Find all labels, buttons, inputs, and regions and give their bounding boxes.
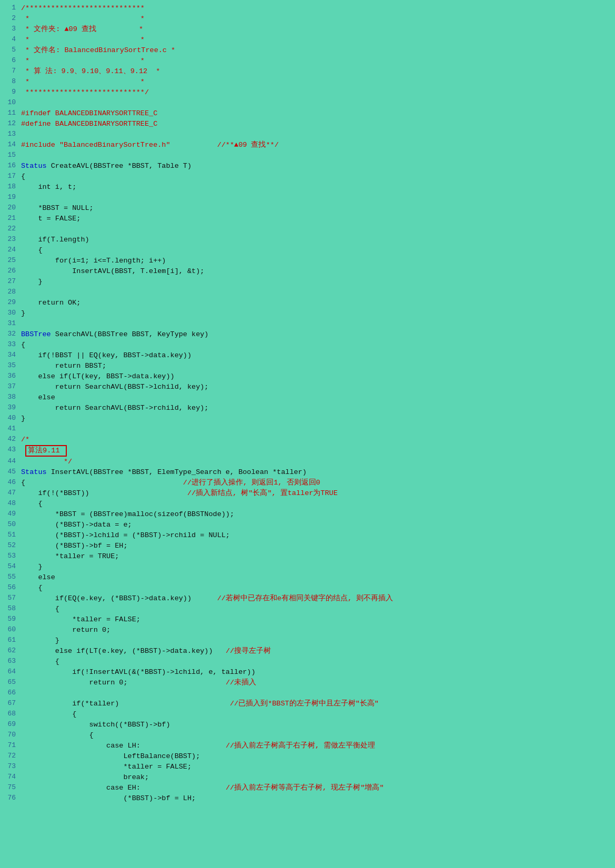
line-content: {	[21, 171, 25, 182]
line-content: break;	[21, 772, 149, 783]
line-number: 25	[2, 256, 21, 266]
code-line: 50 (*BBST)->data = e;	[0, 520, 615, 530]
line-number: 61	[2, 635, 21, 645]
line-number: 41	[2, 424, 21, 434]
line-content: return BBST;	[21, 361, 106, 371]
line-content: * 算 法: 9.9、9.10、9.11、9.12 *	[21, 66, 160, 77]
code-line: 72 LeftBalance(BBST);	[0, 751, 615, 762]
line-number: 32	[2, 329, 21, 339]
line-number: 40	[2, 413, 21, 423]
line-content: {	[21, 604, 59, 614]
line-content: ****************************/	[21, 87, 149, 98]
line-content: LeftBalance(BBST);	[21, 751, 200, 762]
line-content: * 文件夹: ▲09 查找 *	[21, 24, 143, 35]
code-line: 44 */	[0, 457, 615, 467]
line-content: * *	[21, 35, 145, 45]
code-line: 25 for(i=1; i<=T.length; i++)	[0, 256, 615, 266]
line-content: #ifndef BALANCEDBINARYSORTTREE_C	[21, 108, 157, 119]
line-content: * *	[21, 56, 145, 66]
code-line: 37 return SearchAVL(BBST->lchild, key);	[0, 382, 615, 392]
line-number: 34	[2, 350, 21, 360]
line-number: 58	[2, 604, 21, 614]
line-number: 21	[2, 214, 21, 224]
line-content: {	[21, 709, 76, 720]
line-number: 24	[2, 245, 21, 255]
line-number: 51	[2, 530, 21, 540]
line-content: {	[21, 583, 43, 593]
line-number: 5	[2, 45, 21, 55]
line-number: 26	[2, 266, 21, 276]
code-line: 35 return BBST;	[0, 361, 615, 371]
code-line: 38 else	[0, 392, 615, 403]
line-number: 30	[2, 308, 21, 318]
code-line: 49 *BBST = (BBSTree)malloc(sizeof(BBSTNo…	[0, 509, 615, 520]
line-content: *BBST = (BBSTree)malloc(sizeof(BBSTNode)…	[21, 509, 234, 520]
code-line: 14#include "BalancedBinarySortTree.h" //…	[0, 140, 615, 150]
code-line: 26 InsertAVL(BBST, T.elem[i], &t);	[0, 266, 615, 277]
line-content: }	[21, 562, 43, 572]
line-number: 53	[2, 551, 21, 561]
line-content: (*BBST)->lchild = (*BBST)->rchild = NULL…	[21, 530, 230, 541]
code-line: 69 switch((*BBST)->bf)	[0, 720, 615, 730]
line-number: 29	[2, 298, 21, 308]
line-number: 68	[2, 709, 21, 719]
code-line: 24 {	[0, 245, 615, 256]
code-line: 12#define BALANCEDBINARYSORTTREE_C	[0, 119, 615, 129]
line-number: 3	[2, 24, 21, 34]
code-line: 11#ifndef BALANCEDBINARYSORTTREE_C	[0, 108, 615, 119]
code-line: 7 * 算 法: 9.9、9.10、9.11、9.12 *	[0, 66, 615, 77]
line-number: 64	[2, 667, 21, 677]
line-number: 13	[2, 129, 21, 139]
line-content: else	[21, 572, 55, 583]
code-line: 31	[0, 319, 615, 329]
code-line: 46{ //进行了插入操作, 则返回1, 否则返回0	[0, 478, 615, 488]
line-number: 52	[2, 541, 21, 551]
line-number: 7	[2, 66, 21, 76]
line-content: {	[21, 245, 43, 256]
line-content: *BBST = NULL;	[21, 203, 94, 214]
code-line: 4 * *	[0, 35, 615, 45]
code-line: 75 case EH: //插入前左子树等高于右子树, 现左子树"增高"	[0, 783, 615, 793]
line-content: case EH: //插入前左子树等高于右子树, 现左子树"增高"	[21, 783, 384, 793]
line-number: 76	[2, 793, 21, 803]
code-line: 36 else if(LT(key, BBST->data.key))	[0, 371, 615, 382]
line-number: 45	[2, 467, 21, 477]
line-number: 1	[2, 3, 21, 13]
line-content: }	[21, 277, 43, 287]
line-content: * *	[21, 14, 145, 24]
code-line: 34 if(!BBST || EQ(key, BBST->data.key))	[0, 350, 615, 361]
line-number: 11	[2, 108, 21, 118]
code-line: 52 (*BBST)->bf = EH;	[0, 541, 615, 551]
code-line: 30}	[0, 308, 615, 319]
code-line: 45Status InsertAVL(BBSTree *BBST, ElemTy…	[0, 467, 615, 478]
line-number: 37	[2, 382, 21, 392]
line-number: 23	[2, 235, 21, 245]
line-number: 67	[2, 699, 21, 709]
code-line: 1/****************************	[0, 3, 615, 14]
line-content: case LH: //插入前左子树高于右子树, 需做左平衡处理	[21, 741, 375, 751]
line-number: 72	[2, 751, 21, 761]
line-content: {	[21, 340, 25, 350]
line-number: 74	[2, 772, 21, 782]
code-line: 61 }	[0, 635, 615, 646]
code-line: 73 *taller = FALSE;	[0, 762, 615, 772]
code-line: 43 算法9.11	[0, 445, 615, 457]
code-line: 23 if(T.length)	[0, 235, 615, 245]
line-number: 44	[2, 457, 21, 467]
code-line: 55 else	[0, 572, 615, 583]
code-line: 48 {	[0, 499, 615, 509]
line-number: 42	[2, 435, 21, 445]
code-line: 27 }	[0, 277, 615, 287]
code-line: 70 {	[0, 730, 615, 741]
line-number: 56	[2, 583, 21, 593]
line-number: 14	[2, 140, 21, 150]
code-line: 8 * *	[0, 77, 615, 87]
line-content: }	[21, 308, 25, 319]
line-number: 49	[2, 509, 21, 519]
code-line: 2 * *	[0, 14, 615, 24]
code-line: 18 int i, t;	[0, 182, 615, 193]
line-number: 75	[2, 783, 21, 793]
code-line: 33{	[0, 340, 615, 350]
code-line: 3 * 文件夹: ▲09 查找 *	[0, 24, 615, 35]
line-number: 66	[2, 688, 21, 698]
